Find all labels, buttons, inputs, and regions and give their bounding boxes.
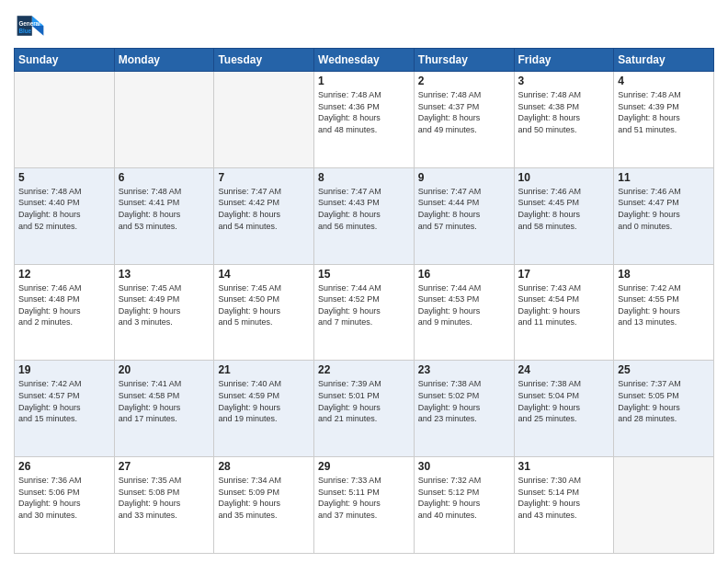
day-number: 1	[318, 75, 410, 87]
weekday-header-tuesday: Tuesday	[214, 49, 314, 72]
calendar-cell: 19Sunrise: 7:42 AM Sunset: 4:57 PM Dayli…	[15, 361, 115, 457]
header: General Blue	[14, 9, 714, 42]
day-info: Sunrise: 7:32 AM Sunset: 5:12 PM Dayligh…	[418, 475, 510, 521]
calendar-cell: 4Sunrise: 7:48 AM Sunset: 4:39 PM Daylig…	[614, 72, 714, 168]
day-info: Sunrise: 7:33 AM Sunset: 5:11 PM Dayligh…	[318, 475, 410, 521]
day-info: Sunrise: 7:48 AM Sunset: 4:36 PM Dayligh…	[318, 89, 410, 135]
calendar-cell: 7Sunrise: 7:47 AM Sunset: 4:42 PM Daylig…	[214, 167, 314, 264]
calendar-cell: 8Sunrise: 7:47 AM Sunset: 4:43 PM Daylig…	[314, 167, 415, 264]
day-number: 18	[618, 268, 710, 281]
day-number: 4	[618, 75, 710, 87]
weekday-header-row: SundayMondayTuesdayWednesdayThursdayFrid…	[15, 49, 714, 72]
day-info: Sunrise: 7:35 AM Sunset: 5:08 PM Dayligh…	[119, 475, 210, 521]
day-number: 25	[618, 363, 710, 376]
day-info: Sunrise: 7:48 AM Sunset: 4:38 PM Dayligh…	[518, 89, 610, 135]
day-info: Sunrise: 7:48 AM Sunset: 4:41 PM Dayligh…	[119, 186, 210, 232]
day-info: Sunrise: 7:48 AM Sunset: 4:37 PM Dayligh…	[418, 89, 510, 135]
day-number: 26	[18, 460, 110, 473]
day-number: 29	[318, 460, 410, 473]
calendar-cell	[114, 72, 214, 168]
week-row-4: 26Sunrise: 7:36 AM Sunset: 5:06 PM Dayli…	[15, 457, 714, 554]
day-number: 17	[518, 268, 610, 281]
day-number: 10	[518, 171, 610, 184]
day-info: Sunrise: 7:46 AM Sunset: 4:45 PM Dayligh…	[518, 186, 610, 232]
calendar-cell: 26Sunrise: 7:36 AM Sunset: 5:06 PM Dayli…	[15, 457, 115, 554]
calendar-cell: 13Sunrise: 7:45 AM Sunset: 4:49 PM Dayli…	[114, 264, 214, 361]
day-number: 15	[318, 268, 410, 281]
calendar-cell: 3Sunrise: 7:48 AM Sunset: 4:38 PM Daylig…	[514, 72, 614, 168]
day-number: 31	[518, 460, 610, 473]
calendar-cell: 21Sunrise: 7:40 AM Sunset: 4:59 PM Dayli…	[214, 361, 314, 457]
day-info: Sunrise: 7:45 AM Sunset: 4:49 PM Dayligh…	[119, 282, 210, 328]
day-number: 30	[418, 460, 510, 473]
calendar-cell: 17Sunrise: 7:43 AM Sunset: 4:54 PM Dayli…	[514, 264, 614, 361]
day-number: 23	[418, 363, 510, 376]
logo-icon: General Blue	[14, 9, 47, 42]
weekday-header-saturday: Saturday	[614, 49, 714, 72]
day-number: 12	[18, 268, 110, 281]
calendar-cell: 28Sunrise: 7:34 AM Sunset: 5:09 PM Dayli…	[214, 457, 314, 554]
day-number: 24	[518, 363, 610, 376]
calendar-cell: 25Sunrise: 7:37 AM Sunset: 5:05 PM Dayli…	[614, 361, 714, 457]
day-info: Sunrise: 7:44 AM Sunset: 4:53 PM Dayligh…	[418, 282, 510, 328]
day-info: Sunrise: 7:38 AM Sunset: 5:02 PM Dayligh…	[418, 378, 510, 424]
logo: General Blue	[14, 9, 47, 42]
day-info: Sunrise: 7:45 AM Sunset: 4:50 PM Dayligh…	[218, 282, 310, 328]
day-number: 9	[418, 171, 510, 184]
calendar-cell: 6Sunrise: 7:48 AM Sunset: 4:41 PM Daylig…	[114, 167, 214, 264]
day-number: 22	[318, 363, 410, 376]
calendar-cell: 1Sunrise: 7:48 AM Sunset: 4:36 PM Daylig…	[314, 72, 415, 168]
day-info: Sunrise: 7:48 AM Sunset: 4:40 PM Dayligh…	[18, 186, 110, 232]
day-info: Sunrise: 7:43 AM Sunset: 4:54 PM Dayligh…	[518, 282, 610, 328]
day-number: 14	[218, 268, 310, 281]
day-number: 8	[318, 171, 410, 184]
day-info: Sunrise: 7:47 AM Sunset: 4:43 PM Dayligh…	[318, 186, 410, 232]
calendar-cell: 11Sunrise: 7:46 AM Sunset: 4:47 PM Dayli…	[614, 167, 714, 264]
calendar-cell: 24Sunrise: 7:38 AM Sunset: 5:04 PM Dayli…	[514, 361, 614, 457]
day-number: 11	[618, 171, 710, 184]
calendar-cell: 27Sunrise: 7:35 AM Sunset: 5:08 PM Dayli…	[114, 457, 214, 554]
day-number: 5	[18, 171, 110, 184]
week-row-3: 19Sunrise: 7:42 AM Sunset: 4:57 PM Dayli…	[15, 361, 714, 457]
day-info: Sunrise: 7:46 AM Sunset: 4:48 PM Dayligh…	[18, 282, 110, 328]
calendar-cell: 2Sunrise: 7:48 AM Sunset: 4:37 PM Daylig…	[414, 72, 514, 168]
week-row-2: 12Sunrise: 7:46 AM Sunset: 4:48 PM Dayli…	[15, 264, 714, 361]
page: General Blue SundayMondayTuesdayWednesda…	[0, 0, 728, 563]
day-number: 21	[218, 363, 310, 376]
svg-marker-1	[32, 26, 44, 36]
weekday-header-monday: Monday	[114, 49, 214, 72]
day-info: Sunrise: 7:38 AM Sunset: 5:04 PM Dayligh…	[518, 378, 610, 424]
calendar-cell	[614, 457, 714, 554]
day-number: 2	[418, 75, 510, 87]
day-info: Sunrise: 7:37 AM Sunset: 5:05 PM Dayligh…	[618, 378, 710, 424]
day-number: 7	[218, 171, 310, 184]
calendar-cell: 5Sunrise: 7:48 AM Sunset: 4:40 PM Daylig…	[15, 167, 115, 264]
calendar-cell: 15Sunrise: 7:44 AM Sunset: 4:52 PM Dayli…	[314, 264, 415, 361]
day-number: 13	[119, 268, 210, 281]
day-number: 28	[218, 460, 310, 473]
calendar-cell: 18Sunrise: 7:42 AM Sunset: 4:55 PM Dayli…	[614, 264, 714, 361]
calendar-table: SundayMondayTuesdayWednesdayThursdayFrid…	[14, 48, 714, 554]
weekday-header-wednesday: Wednesday	[314, 49, 415, 72]
day-info: Sunrise: 7:41 AM Sunset: 4:58 PM Dayligh…	[119, 378, 210, 424]
calendar-cell: 23Sunrise: 7:38 AM Sunset: 5:02 PM Dayli…	[414, 361, 514, 457]
day-number: 20	[119, 363, 210, 376]
day-number: 6	[119, 171, 210, 184]
day-number: 16	[418, 268, 510, 281]
svg-text:Blue: Blue	[18, 28, 31, 34]
weekday-header-thursday: Thursday	[414, 49, 514, 72]
day-number: 19	[18, 363, 110, 376]
day-info: Sunrise: 7:36 AM Sunset: 5:06 PM Dayligh…	[18, 475, 110, 521]
day-number: 3	[518, 75, 610, 87]
calendar-cell: 31Sunrise: 7:30 AM Sunset: 5:14 PM Dayli…	[514, 457, 614, 554]
week-row-0: 1Sunrise: 7:48 AM Sunset: 4:36 PM Daylig…	[15, 72, 714, 168]
day-info: Sunrise: 7:48 AM Sunset: 4:39 PM Dayligh…	[618, 89, 710, 135]
day-info: Sunrise: 7:34 AM Sunset: 5:09 PM Dayligh…	[218, 475, 310, 521]
svg-text:General: General	[18, 20, 40, 27]
day-info: Sunrise: 7:40 AM Sunset: 4:59 PM Dayligh…	[218, 378, 310, 424]
calendar-cell	[214, 72, 314, 168]
calendar-cell: 14Sunrise: 7:45 AM Sunset: 4:50 PM Dayli…	[214, 264, 314, 361]
day-info: Sunrise: 7:39 AM Sunset: 5:01 PM Dayligh…	[318, 378, 410, 424]
calendar-cell: 9Sunrise: 7:47 AM Sunset: 4:44 PM Daylig…	[414, 167, 514, 264]
day-info: Sunrise: 7:47 AM Sunset: 4:42 PM Dayligh…	[218, 186, 310, 232]
